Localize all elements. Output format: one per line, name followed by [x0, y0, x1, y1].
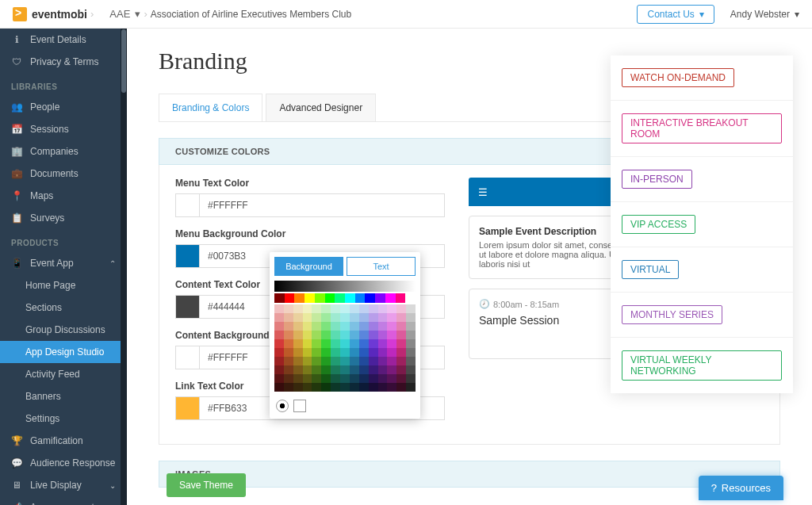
hex-value: #FFFFFF	[200, 352, 256, 363]
sidebar-item-label: Announcements	[30, 502, 99, 505]
color-swatch	[176, 194, 200, 216]
sidebar-item-label: Surveys	[30, 212, 64, 224]
sidebar-item-label: Audience Response	[30, 457, 115, 469]
tag-row: VIRTUAL WEEKLY NETWORKING	[611, 338, 793, 393]
monitor-icon: 🖥	[11, 480, 22, 491]
event-name: Association of Airline Executives Member…	[151, 9, 351, 20]
color-label: Menu Background Color	[175, 228, 445, 239]
logo[interactable]: eventmobi	[13, 7, 87, 21]
pin-icon: 📍	[11, 190, 22, 201]
hex-value: #0073B3	[200, 251, 254, 262]
tab-branding-colors[interactable]: Branding & Colors	[159, 94, 262, 121]
sidebar-item-sessions[interactable]: 📅Sessions	[0, 118, 127, 140]
picker-tab-text[interactable]: Text	[347, 257, 416, 276]
clipboard-icon: 📋	[11, 212, 22, 224]
palette-icon[interactable]	[276, 400, 289, 412]
sidebar-item-app-design-studio[interactable]: App Design Studio	[0, 341, 127, 363]
selected-color-swatch	[293, 400, 306, 412]
sidebar-item-label: Settings	[25, 413, 59, 424]
tag-row: VIP ACCESS	[611, 202, 793, 247]
hamburger-icon[interactable]: ☰	[478, 186, 488, 198]
color-swatch	[176, 346, 200, 369]
sidebar-item-announcements[interactable]: 📣Announcements	[0, 496, 127, 505]
logo-icon	[13, 7, 27, 21]
sidebar-item-privacy[interactable]: 🛡Privacy & Terms	[0, 51, 127, 73]
picker-color-grid[interactable]	[274, 304, 416, 392]
hex-value: #FFFFFF	[200, 200, 256, 211]
picker-tab-background[interactable]: Background	[274, 257, 343, 276]
org-selector[interactable]: AAE ▾	[109, 8, 140, 20]
sidebar-item-settings[interactable]: Settings	[0, 407, 127, 430]
sidebar-item-label: Sessions	[30, 124, 69, 135]
sidebar-item-audience-response[interactable]: 💬Audience Response	[0, 452, 127, 474]
sidebar-item-event-details[interactable]: ℹEvent Details	[0, 29, 127, 51]
tag-row: VIRTUAL	[611, 247, 793, 293]
org-code: AAE	[109, 8, 130, 20]
help-icon: ?	[711, 482, 717, 494]
sidebar-item-group-discussions[interactable]: Group Discussions	[0, 319, 127, 341]
resources-button[interactable]: ?Resources	[699, 476, 783, 500]
color-swatch	[176, 296, 200, 318]
info-icon: ℹ	[11, 34, 22, 45]
save-theme-button[interactable]: Save Theme	[167, 473, 246, 497]
sidebar: ℹEvent Details 🛡Privacy & Terms LIBRARIE…	[0, 29, 127, 505]
user-name: Andy Webster	[730, 9, 790, 20]
tag-badge[interactable]: VIRTUAL WEEKLY NETWORKING	[622, 350, 782, 381]
sidebar-item-label: Sections	[25, 302, 62, 313]
people-icon: 👥	[11, 101, 22, 113]
user-menu[interactable]: Andy Webster ▾	[730, 9, 799, 20]
sidebar-item-gamification[interactable]: 🏆Gamification	[0, 430, 127, 452]
sidebar-item-label: Activity Feed	[25, 369, 80, 380]
sidebar-item-home-page[interactable]: Home Page	[0, 274, 127, 296]
sidebar-section-libraries: LIBRARIES	[0, 73, 127, 96]
sidebar-section-products: PRODUCTS	[0, 229, 127, 252]
sidebar-item-people[interactable]: 👥People	[0, 96, 127, 118]
sidebar-item-label: Event Details	[30, 34, 86, 45]
contact-label: Contact Us	[647, 9, 694, 20]
chevron-down-icon: ⌄	[109, 481, 116, 490]
tag-badge[interactable]: MONTHLY SERIES	[622, 305, 722, 324]
sidebar-item-documents[interactable]: 💼Documents	[0, 163, 127, 185]
megaphone-icon: 📣	[11, 502, 22, 505]
phone-icon: 📱	[11, 258, 22, 269]
sidebar-item-activity-feed[interactable]: Activity Feed	[0, 363, 127, 385]
tag-badge[interactable]: VIP ACCESS	[622, 215, 695, 234]
color-picker-popover[interactable]: Background Text	[270, 252, 420, 419]
sidebar-item-sections[interactable]: Sections	[0, 296, 127, 319]
tab-advanced-designer[interactable]: Advanced Designer	[266, 94, 376, 121]
sidebar-item-maps[interactable]: 📍Maps	[0, 185, 127, 207]
picker-grayscale-row[interactable]	[274, 281, 416, 292]
chevron-down-icon: ▾	[699, 9, 704, 20]
sidebar-item-live-display[interactable]: 🖥Live Display⌄	[0, 474, 127, 496]
tag-badge[interactable]: VIRTUAL	[622, 260, 679, 279]
chevron-down-icon: ▾	[795, 9, 799, 20]
hex-value: #444444	[200, 301, 253, 312]
tag-row: MONTHLY SERIES	[611, 293, 793, 338]
tag-badge[interactable]: INTERACTIVE BREAKOUT ROOM	[622, 113, 782, 143]
chevron-up-icon: ⌃	[109, 259, 116, 268]
clock-icon: 🕗	[479, 299, 490, 309]
sidebar-item-event-app[interactable]: 📱Event App⌃	[0, 252, 127, 274]
color-row-menu-text: Menu Text Color #FFFFFF	[175, 178, 445, 217]
sidebar-item-label: Documents	[30, 168, 79, 179]
contact-us-button[interactable]: Contact Us ▾	[637, 5, 714, 24]
resources-label: Resources	[722, 482, 771, 494]
color-label: Menu Text Color	[175, 178, 445, 189]
sidebar-item-label: Gamification	[30, 435, 83, 446]
color-swatch	[176, 245, 200, 267]
panel-header-images: IMAGES	[159, 461, 780, 488]
sidebar-item-companies[interactable]: 🏢Companies	[0, 140, 127, 163]
sidebar-item-banners[interactable]: Banners	[0, 385, 127, 407]
tag-badge[interactable]: IN-PERSON	[622, 170, 692, 189]
tag-badge[interactable]: WATCH ON-DEMAND	[622, 68, 734, 87]
breadcrumb-sep: ›	[90, 8, 94, 20]
picker-hue-row[interactable]	[274, 293, 416, 303]
sidebar-item-label: Maps	[30, 190, 53, 201]
sidebar-scrollbar[interactable]	[121, 29, 127, 505]
sidebar-item-label: Privacy & Terms	[30, 56, 98, 67]
chat-icon: 💬	[11, 457, 22, 469]
sidebar-item-surveys[interactable]: 📋Surveys	[0, 207, 127, 229]
sidebar-item-label: Event App	[30, 258, 74, 269]
shield-icon: 🛡	[11, 56, 22, 67]
color-input-menu-text[interactable]: #FFFFFF	[175, 193, 445, 217]
